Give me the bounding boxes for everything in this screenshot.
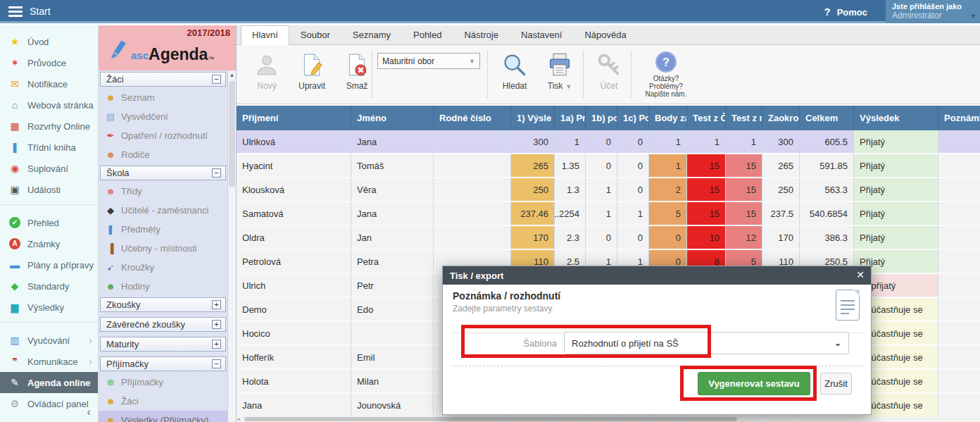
expand-icon[interactable]: + bbox=[212, 300, 221, 309]
cell-celkem: 591.85 bbox=[800, 154, 854, 178]
section-header-skola[interactable]: Škola− bbox=[100, 166, 226, 180]
sidebar-item-label: Standardy bbox=[27, 281, 69, 292]
close-icon[interactable]: ✕ bbox=[856, 269, 865, 280]
column-header-poznamka[interactable]: Poznámk bbox=[938, 106, 980, 130]
tab-nastroje[interactable]: Nástroje bbox=[453, 25, 509, 45]
section-header-zaverecne-zkousky[interactable]: Závěrečné zkoušky+ bbox=[100, 317, 226, 332]
table-row[interactable]: OldraJan1702.30001012170386.3Přijatý bbox=[237, 226, 980, 250]
sidebar-collapse-arrow[interactable]: ‹ bbox=[87, 405, 91, 419]
scrollbar-thumb[interactable] bbox=[244, 417, 737, 421]
column-header-body-za[interactable]: Body za bbox=[649, 106, 687, 130]
column-header-vysledek-1[interactable]: 1) Výsle bbox=[511, 106, 555, 130]
column-header-pocet-1c[interactable]: 1c) Poč bbox=[617, 106, 649, 130]
table-row[interactable]: KlouskováVěra2501.31021515250563.3Přijat… bbox=[237, 178, 980, 202]
account-button[interactable]: Účet bbox=[589, 50, 629, 99]
column-header-prijmeni[interactable]: Příjmení bbox=[237, 106, 351, 130]
column-header-pocet-1b[interactable]: 1b) poč bbox=[586, 106, 617, 130]
agenda-item-ucitele-zamestnanci[interactable]: ◆Učitelé - zaměstnanci bbox=[99, 201, 227, 220]
generate-report-button[interactable]: Vygenerovat sestavu bbox=[698, 372, 810, 395]
sidebar-item-suplovani[interactable]: ◉Suplování bbox=[0, 158, 98, 179]
filter-dropdown[interactable]: Maturitní obor ▼ bbox=[377, 53, 480, 69]
cell-prijmeni: Klousková bbox=[237, 178, 351, 202]
table-row[interactable]: UlrikováJana300100111300605.5Přijatý bbox=[237, 130, 980, 154]
sidebar-item-agenda-online[interactable]: ✎Agenda online bbox=[0, 372, 98, 393]
questions-button[interactable]: ? Otázky? Problémy? Napište nám. bbox=[636, 50, 696, 99]
section-header-maturity[interactable]: Maturity+ bbox=[100, 337, 226, 352]
column-header-zaokrouhleni[interactable]: Zaokrou bbox=[762, 106, 800, 130]
section-header-zaci[interactable]: Žáci− bbox=[100, 72, 226, 87]
sidebar-item-udalosti[interactable]: ▣Události bbox=[0, 179, 98, 200]
column-header-test-nj[interactable]: Test z n bbox=[726, 106, 762, 130]
expand-icon[interactable]: + bbox=[212, 320, 221, 329]
tab-napoveda[interactable]: Nápověda bbox=[573, 25, 637, 45]
agenda-item-label: Kroužky bbox=[121, 262, 154, 273]
scroll-up-arrow-icon[interactable]: ▲ bbox=[228, 70, 236, 80]
hamburger-menu-icon[interactable] bbox=[8, 6, 23, 18]
sidebar-item-plany-a-pripravy[interactable]: ▬Plány a přípravy bbox=[0, 254, 98, 275]
sidebar-item-webova-stranka[interactable]: ⌂Webová stránka bbox=[0, 94, 98, 116]
sidebar-item-znamky[interactable]: AZnámky bbox=[0, 233, 98, 254]
sidebar-item-label: Vyučování bbox=[27, 335, 70, 346]
table-row[interactable]: SamatováJana237.461.22541151515237.5540.… bbox=[237, 202, 980, 226]
graduation-cap-icon: ◆ bbox=[104, 205, 117, 216]
table-row[interactable]: HyacintTomáš2651.350011515265591.85Přija… bbox=[237, 154, 980, 178]
wand-icon: ✶ bbox=[8, 57, 22, 68]
sidebar-item-komunikace[interactable]: ❞Komunikace› bbox=[0, 351, 98, 372]
sidebar-item-uvod[interactable]: ★Úvod bbox=[0, 31, 98, 52]
logged-in-user-dropdown[interactable]: Jste přihlášen jako Administrátor ▼ bbox=[886, 0, 980, 23]
help-button[interactable]: ?Pomoc bbox=[824, 6, 867, 18]
agenda-item-vysledky-prijimacky[interactable]: ☻Výsledky (Přijímačky) bbox=[99, 411, 227, 422]
class-book-icon: ❚ bbox=[8, 142, 22, 153]
tab-soubor[interactable]: Soubor bbox=[289, 25, 341, 45]
print-button[interactable]: Tisk▼ bbox=[539, 50, 580, 99]
agenda-item-predmety[interactable]: ❚Předměty bbox=[99, 220, 227, 239]
agenda-item-krouzky[interactable]: ➹Kroužky bbox=[99, 258, 227, 277]
section-header-zkousky[interactable]: Zkoušky+ bbox=[100, 297, 226, 312]
tab-seznamy[interactable]: Seznamy bbox=[341, 25, 402, 45]
column-header-rodne-cislo[interactable]: Rodné číslo bbox=[434, 106, 511, 130]
sidebar-item-label: Průvodce bbox=[27, 58, 66, 68]
sidebar-item-vyucovani[interactable]: ▥Vyučování› bbox=[0, 330, 98, 351]
column-header-celkem[interactable]: Celkem bbox=[800, 106, 854, 130]
tab-pohled[interactable]: Pohled bbox=[402, 25, 453, 45]
agenda-item-rodice[interactable]: ☻Rodiče bbox=[99, 145, 227, 164]
column-header-prumer-1a[interactable]: 1a) Prů bbox=[555, 106, 586, 130]
edit-document-pencil-icon bbox=[291, 50, 332, 80]
collapse-icon[interactable]: − bbox=[212, 359, 221, 368]
column-header-test-cj[interactable]: Test z Č bbox=[687, 106, 726, 130]
sidebar-item-standardy[interactable]: ◆Standardy bbox=[0, 275, 98, 297]
scrollbar-thumb[interactable] bbox=[229, 81, 235, 187]
collapse-icon[interactable]: − bbox=[212, 75, 221, 84]
agenda-item-prijimacky[interactable]: ⊕Přijímačky bbox=[99, 373, 227, 392]
sidebar-item-ovladaci-panel[interactable]: ⚙Ovládací panel bbox=[0, 393, 98, 414]
gear-icon: ⚙ bbox=[8, 398, 22, 409]
agenda-item-vysvedceni[interactable]: ▤Vysvědčení bbox=[99, 107, 227, 126]
expand-icon[interactable]: + bbox=[212, 340, 221, 349]
edit-button[interactable]: Upravit bbox=[291, 50, 332, 99]
tab-nastaveni[interactable]: Nastavení bbox=[510, 25, 574, 45]
new-button[interactable]: Nový bbox=[246, 50, 287, 99]
template-dropdown[interactable]: Rozhodnutí o přijetí na SŠ ⌄ bbox=[564, 332, 849, 354]
agenda-item-seznam[interactable]: ☻Seznam bbox=[99, 88, 227, 107]
agenda-item-zaci[interactable]: ☻Žáci bbox=[99, 392, 227, 411]
column-header-jmeno[interactable]: Jméno bbox=[351, 106, 434, 130]
search-button[interactable]: Hledat bbox=[494, 50, 535, 99]
section-header-prijimacky[interactable]: Přijímačky− bbox=[100, 356, 226, 371]
pin-icon: ✒ bbox=[104, 130, 117, 141]
sidebar-item-pruvodce[interactable]: ✶Průvodce bbox=[0, 52, 98, 73]
sidebar-item-notifikace[interactable]: ✉Notifikace bbox=[0, 73, 98, 94]
sidebar-item-rozvrhy-online[interactable]: ▦Rozvrhy Online bbox=[0, 116, 98, 137]
column-header-vysledek[interactable]: Výsledek bbox=[854, 106, 938, 130]
sidebar-item-prehled[interactable]: ✔Přehled bbox=[0, 212, 98, 233]
agenda-item-opatreni-rozhodnuti[interactable]: ✒Opatření / rozhodnutí bbox=[99, 126, 227, 145]
tab-hlavni[interactable]: Hlavní bbox=[241, 25, 289, 46]
sidebar-item-vysledky[interactable]: ▆Výsledky bbox=[0, 297, 98, 318]
agenda-item-tridy[interactable]: ☻Třídy bbox=[99, 182, 227, 201]
agenda-item-ucebny-mistnosti[interactable]: ▐Učebny - místnosti bbox=[99, 239, 227, 258]
sidebar-item-tridni-kniha[interactable]: ❚Třídní kniha bbox=[0, 137, 98, 158]
scroll-left-arrow-icon[interactable]: ◂ bbox=[237, 416, 240, 422]
cancel-button[interactable]: Zrušit bbox=[820, 373, 852, 395]
agenda-item-hodiny[interactable]: ☻Hodiny bbox=[99, 277, 227, 296]
start-label[interactable]: Start bbox=[30, 6, 51, 17]
collapse-icon[interactable]: − bbox=[212, 168, 221, 178]
